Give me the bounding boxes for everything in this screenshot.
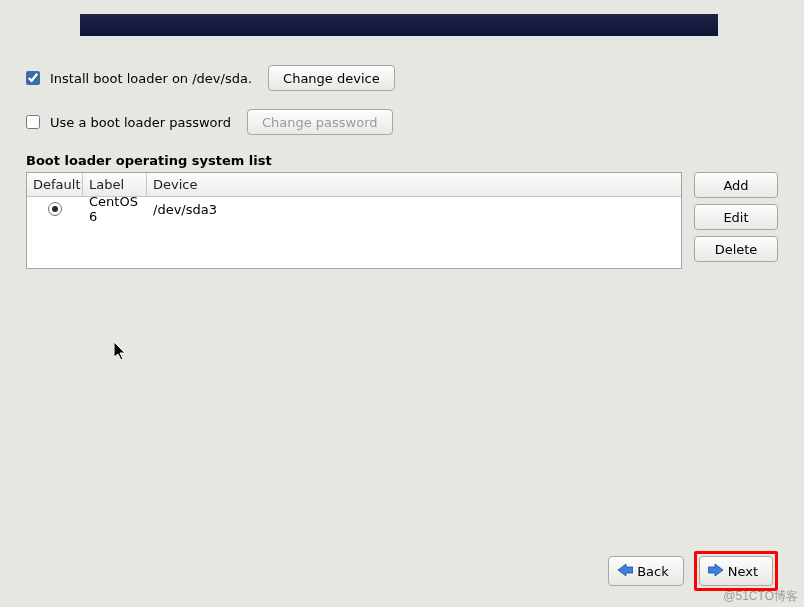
edit-button[interactable]: Edit (694, 204, 778, 230)
arrow-right-icon (708, 563, 724, 580)
use-password-checkbox[interactable] (26, 115, 40, 129)
arrow-left-icon (617, 563, 633, 580)
add-button[interactable]: Add (694, 172, 778, 198)
col-header-default[interactable]: Default (27, 173, 83, 196)
default-radio-icon[interactable] (48, 202, 62, 216)
os-list-area: Default Label Device CentOS 6 /dev/sda3 … (26, 172, 778, 269)
change-password-button: Change password (247, 109, 393, 135)
back-button[interactable]: Back (608, 556, 684, 586)
os-list-title: Boot loader operating system list (26, 153, 778, 168)
footer-nav: Back Next (608, 551, 778, 591)
cell-device: /dev/sda3 (147, 199, 681, 220)
mouse-cursor-icon (114, 342, 128, 362)
install-boot-loader-label: Install boot loader on /dev/sda. (50, 71, 252, 86)
svg-marker-1 (708, 564, 723, 576)
cell-label: CentOS 6 (83, 191, 147, 227)
main-content: Install boot loader on /dev/sda. Change … (26, 65, 778, 269)
side-buttons: Add Edit Delete (694, 172, 778, 262)
use-password-row: Use a boot loader password Change passwo… (26, 109, 778, 135)
cell-default[interactable] (27, 199, 83, 219)
svg-marker-2 (114, 342, 125, 360)
install-boot-loader-row: Install boot loader on /dev/sda. Change … (26, 65, 778, 91)
svg-marker-0 (618, 564, 633, 576)
change-device-button[interactable]: Change device (268, 65, 395, 91)
back-button-label: Back (637, 564, 669, 579)
next-button-label: Next (728, 564, 758, 579)
next-button-highlight: Next (694, 551, 778, 591)
delete-button[interactable]: Delete (694, 236, 778, 262)
os-list-table[interactable]: Default Label Device CentOS 6 /dev/sda3 (26, 172, 682, 269)
use-password-label: Use a boot loader password (50, 115, 231, 130)
table-row[interactable]: CentOS 6 /dev/sda3 (27, 197, 681, 221)
install-boot-loader-checkbox[interactable] (26, 71, 40, 85)
col-header-device[interactable]: Device (147, 173, 681, 196)
next-button[interactable]: Next (699, 556, 773, 586)
top-banner (80, 14, 718, 36)
